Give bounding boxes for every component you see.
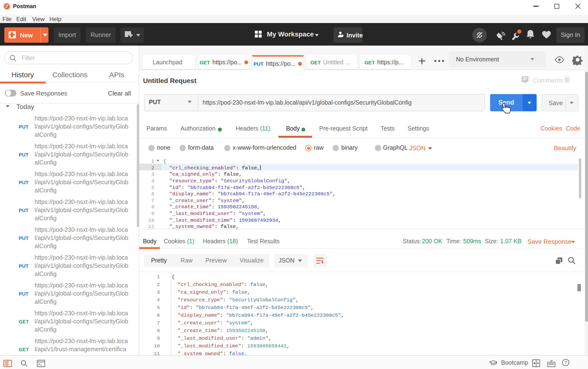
svg-text:?: ? [565, 360, 567, 365]
